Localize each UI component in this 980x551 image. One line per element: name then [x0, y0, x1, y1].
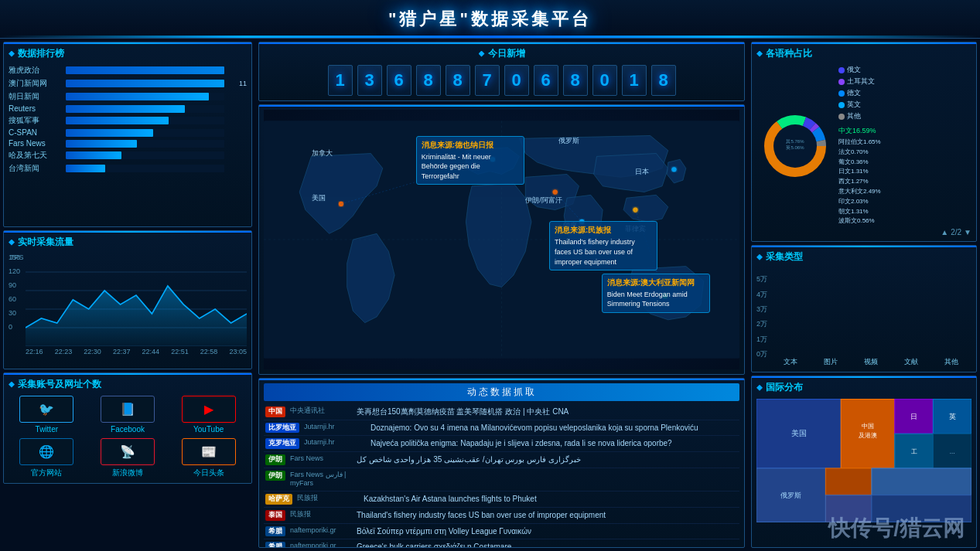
rank-label: C-SPAN: [9, 128, 63, 137]
cat-col-text: 文本: [773, 355, 808, 367]
news-item[interactable]: 伊朗 Fars News خبرگزاری فارس بورس تهران/ ع…: [264, 452, 739, 468]
source-weibo[interactable]: 📡 新浪微博: [90, 438, 166, 478]
digit: 8: [446, 65, 470, 96]
svg-text:其5.76%: 其5.76%: [786, 139, 804, 144]
ranking-box: 数据排行榜 雅虎政治 澳门新闻网 11 朝日新闻 Reuters 搜狐军事 C-…: [3, 42, 252, 227]
chart-area: TPS: [9, 253, 247, 346]
source-website[interactable]: 🌐 官方网站: [9, 438, 85, 478]
news-tag: 希腊: [265, 542, 285, 548]
rank-label: 台湾新闻: [9, 163, 63, 174]
map-popup-australia: 消息来源:澳大利亚新闻网 Biden Meet Erdogan amid Sim…: [602, 274, 710, 313]
news-item[interactable]: 比罗地亚 Jutarnji.hr Doznajemo: Ovo su 4 ime…: [264, 420, 739, 437]
rank-row: C-SPAN: [9, 128, 247, 137]
middle-panel: 今日新增 136887068018: [255, 39, 748, 551]
dynamic-bar: 动态数据抓取: [264, 383, 739, 401]
chart-y-labels: 150 120 90 60 30 0: [9, 253, 20, 331]
news-item[interactable]: 希腊 naftemporiki.gr Greece's bulk carrier…: [264, 539, 739, 548]
country-title: 国际分布: [756, 381, 971, 394]
cat-col-doc: 文献: [894, 355, 928, 367]
cat-chart: 文本 图片 视频: [770, 274, 971, 367]
map-label-canada: 加拿大: [312, 148, 333, 158]
rank-bar: [66, 66, 224, 74]
news-text: Greece's bulk carriers σχεδιάζει η Costa…: [357, 542, 738, 548]
toutiao-icon: 📰: [182, 438, 236, 465]
news-source: 民族报: [290, 510, 352, 519]
map-label-japan: 日本: [635, 167, 649, 177]
map-popup-germany: 消息来源:德也纳日报 Kriminalität - Mit neuer Behö…: [416, 136, 524, 185]
svg-text:中国: 中国: [862, 423, 874, 430]
twitter-icon: 🐦: [19, 396, 73, 423]
news-text: Najveća politička enigma: Napadaju je i …: [370, 438, 738, 448]
rank-label: 澳门新闻网: [9, 78, 63, 89]
rank-row: Fars News: [9, 139, 247, 148]
chart-x-labels: 22:16 22:23 22:30 22:37 22:44 22:51 22:5…: [26, 348, 247, 355]
svg-text:...: ...: [950, 448, 955, 455]
source-youtube[interactable]: ▶ YouTube: [170, 396, 247, 434]
news-text: Βόλεϊ Σούπερ ντέρμπι στη Volley League Γ…: [357, 526, 738, 536]
news-source: 中央通讯社: [290, 406, 352, 416]
rank-row: 哈及第七天: [9, 150, 247, 161]
news-list: 中国 中央通讯社 美再想台150萬劑莫德纳疫苗 盖美琴随机搭 政治 | 中央社 …: [264, 404, 739, 548]
svg-rect-42: [825, 468, 872, 495]
news-item[interactable]: 希腊 naftemporiki.gr Βόλεϊ Σούπερ ντέρμπι …: [264, 524, 739, 540]
youtube-icon: ▶: [182, 396, 236, 423]
source-twitter[interactable]: 🐦 Twitter: [9, 396, 85, 434]
news-tag: 伊朗: [265, 471, 285, 481]
news-item[interactable]: 哈萨克 民族报 Kazakhstan's Air Astana launches…: [264, 491, 739, 508]
header-title: "猎户星"数据采集平台: [388, 8, 592, 31]
digit: 0: [504, 65, 529, 96]
weibo-label: 新浪微博: [112, 468, 143, 478]
news-text: Kazakhstan's Air Astana launches flights…: [364, 494, 738, 504]
svg-point-13: [671, 167, 676, 172]
svg-rect-44: [872, 468, 971, 495]
source-facebook[interactable]: 📘 Facebook: [90, 396, 166, 434]
rank-label: 搜狐军事: [9, 115, 63, 126]
legend-dot-german: [838, 90, 845, 97]
map-label-russia: 俄罗斯: [558, 136, 579, 146]
digit: 1: [328, 65, 353, 96]
lang-legend: 俄文 土耳其文 德文 英文: [838, 65, 881, 226]
rank-bar: [66, 151, 121, 159]
cat-y-labels: 5万 4万 3万 2万 1万 0万: [756, 274, 767, 359]
news-text: Doznajemo: Ovo su 4 imena na Milanovićev…: [370, 423, 738, 433]
news-source: naftemporiki.gr: [290, 542, 352, 548]
lang-title: 各语种占比: [756, 47, 971, 60]
digit: 8: [563, 65, 588, 96]
svg-text:美国: 美国: [791, 429, 807, 437]
rank-bar: [66, 165, 105, 172]
digit: 1: [622, 65, 647, 96]
rank-bar: [66, 117, 169, 124]
news-item[interactable]: 伊朗 Fars News فارس | myFars: [264, 468, 739, 491]
source-toutiao[interactable]: 📰 今日头条: [170, 438, 247, 478]
news-tag: 比罗地亚: [265, 423, 299, 434]
digit: 8: [651, 65, 676, 96]
rank-bar-container: [66, 80, 224, 87]
news-source: Fars News: [290, 454, 352, 464]
news-item[interactable]: 泰国 民族报 Thailand's fishery industry faces…: [264, 508, 739, 524]
news-item[interactable]: 中国 中央通讯社 美再想台150萬劑莫德纳疫苗 盖美琴随机搭 政治 | 中央社 …: [264, 404, 739, 420]
news-tag: 克罗地亚: [265, 438, 299, 449]
map-popup-thailand: 消息来源:民族报 Thailand's fishery industry fac…: [549, 221, 657, 270]
news-source: Fars News فارس | myFars: [290, 471, 352, 488]
digit: 0: [592, 65, 617, 96]
news-tag: 哈萨克: [265, 494, 292, 505]
digit: 7: [475, 65, 500, 96]
map-box: 俄罗斯 加拿大 美国 伊朗/阿富汗 印度 日本 菲律宾 澳大利亚 消息来源:德也…: [258, 104, 745, 375]
rank-row: 朝日新闻: [9, 91, 247, 102]
cat-col-image: 图片: [814, 355, 848, 367]
rank-label: Reuters: [9, 104, 63, 113]
rank-bar-container: [66, 93, 224, 100]
legend-dot-russian: [838, 67, 845, 73]
digit: 8: [416, 65, 441, 96]
main-grid: "猎户星"数据采集平台 数据排行榜 雅虎政治 澳门新闻网 11 朝日新闻 Reu…: [0, 0, 980, 551]
ranking-list: 雅虎政治 澳门新闻网 11 朝日新闻 Reuters 搜狐军事 C-SPAN: [9, 65, 247, 174]
rank-bar-container: [66, 117, 224, 124]
news-item[interactable]: 克罗地亚 Jutarnji.hr Najveća politička enigm…: [264, 436, 739, 452]
today-new-box: 今日新增 136887068018: [258, 42, 745, 101]
rank-bar: [66, 80, 224, 87]
website-label: 官方网站: [31, 468, 62, 478]
digit: 3: [357, 65, 382, 96]
news-source: naftemporiki.gr: [290, 526, 352, 536]
digit: 6: [534, 65, 558, 96]
category-box: 采集类型 5万 4万 3万 2万 1万 0万 文本: [751, 245, 977, 372]
